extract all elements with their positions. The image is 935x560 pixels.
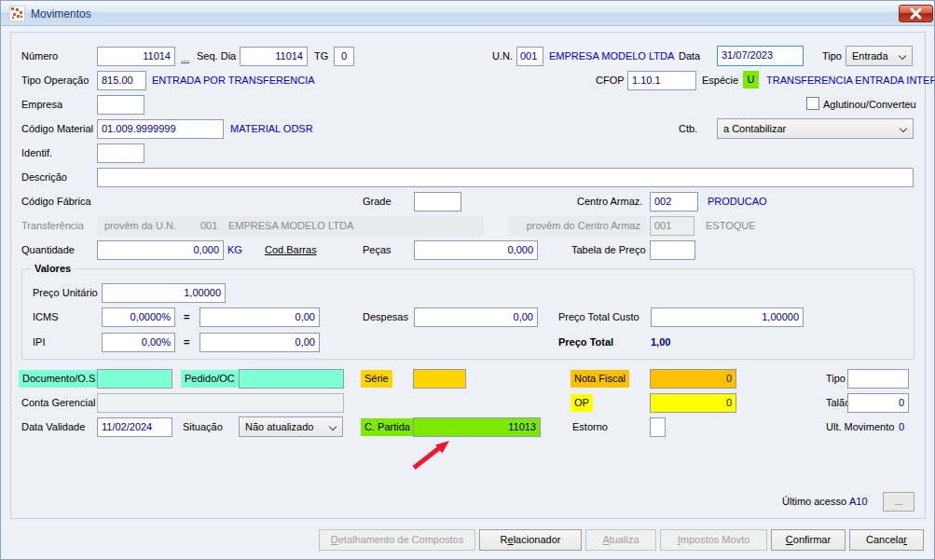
pecas-input[interactable]: 0,000 [414, 240, 538, 260]
impostos-movto-button[interactable]: Impostos Movto [660, 529, 767, 551]
numero-lookup-link[interactable]: ... [181, 52, 189, 63]
situacao-selected-value: Não atualizado [245, 421, 313, 432]
pedido-oc-input[interactable] [239, 369, 344, 389]
valores-legend: Valores [31, 263, 75, 275]
icms-valor-input[interactable]: 0,00 [199, 307, 320, 327]
tg-input[interactable]: 0 [334, 47, 354, 66]
provem-ca-label: provêm do Centro Armaz [527, 220, 640, 231]
equals-sign: = [184, 311, 189, 323]
numero-label: Número [21, 50, 58, 62]
nota-fiscal-input[interactable]: 0 [650, 369, 736, 389]
identif-input[interactable] [97, 143, 144, 163]
situacao-select[interactable]: Não atualizado [239, 417, 343, 437]
numero-input[interactable]: 11014 [97, 47, 175, 66]
ctb-select[interactable]: a Contabilizar [717, 118, 914, 139]
ipi-pct-input[interactable]: 0,00% [102, 333, 175, 352]
tipo-doc-input[interactable] [847, 369, 909, 389]
seq-dia-label: Seq. Dia [197, 50, 236, 62]
data-input[interactable]: 31/07/2023 [717, 46, 804, 66]
ctb-selected-value: a Contabilizar [723, 123, 786, 134]
cod-barras-link[interactable]: Cod.Barras [265, 244, 317, 255]
provem-un-desc: EMPRESA MODELO LTDA [228, 216, 353, 236]
detalhamento-compostos-button[interactable]: Detalhamento de Compostos [319, 529, 475, 551]
c-partida-input[interactable]: 11013 [413, 417, 541, 437]
tipo-operacao-desc: ENTRADA POR TRANSFERENCIA [152, 75, 315, 87]
icms-label: ICMS [33, 311, 59, 323]
atualiza-button[interactable]: Atualiza [585, 529, 656, 551]
aglutinou-checkbox[interactable] [806, 97, 819, 110]
codigo-material-input[interactable]: 01.009.9999999 [97, 119, 224, 139]
equals-sign: = [184, 336, 189, 348]
icms-pct-input[interactable]: 0,0000% [102, 307, 175, 327]
tipo-select[interactable]: Entrada [846, 46, 913, 66]
c-partida-label: C. Partida [361, 418, 414, 436]
codigo-material-desc: MATERIAL ODSR [230, 123, 313, 135]
movimentos-window: Movimentos Número 11014 ... Seq. Dia 110… [0, 0, 935, 560]
provem-ca-desc: ESTOQUE [706, 220, 756, 232]
title-bar: Movimentos [1, 1, 934, 26]
data-label: Data [679, 50, 700, 62]
provem-ca-input: 001 [650, 216, 694, 236]
estorno-checkbox[interactable] [650, 417, 666, 437]
provem-un-label: provêm da U.N. [104, 216, 176, 236]
preco-total-custo-input[interactable]: 1,00000 [651, 307, 804, 327]
app-icon [9, 6, 25, 21]
centro-armaz-input[interactable]: 002 [650, 192, 698, 212]
centro-armaz-desc: PRODUCAO [708, 196, 767, 208]
preco-unitario-label: Preço Unitário [33, 287, 98, 299]
aglutinou-label: Aglutinou/Converteu [823, 99, 916, 111]
chevron-down-icon [900, 125, 907, 132]
centro-armaz-label: Centro Armaz. [577, 196, 642, 208]
data-validade-input[interactable]: 11/02/2024 [97, 417, 172, 437]
tipo-doc-label: Tipo [826, 373, 846, 385]
quantidade-label: Quantidade [21, 244, 75, 256]
grade-label: Grade [363, 196, 392, 208]
transferencia-origin-bar: provêm da U.N. 001 EMPRESA MODELO LTDA [97, 216, 484, 236]
ultimo-acesso-label: Último acesso [782, 496, 846, 508]
transferencia-label: Transferência [21, 220, 84, 232]
seq-dia-input[interactable]: 11014 [240, 47, 308, 66]
pedido-oc-label: Pedido/OC [181, 370, 239, 388]
documento-os-label: Documento/O.S [19, 370, 99, 388]
ipi-valor-input[interactable]: 0,00 [199, 333, 320, 352]
tipo-selected-value: Entrada [852, 50, 888, 61]
especie-badge: U [743, 71, 759, 89]
ult-movimento-value: 0 [899, 421, 904, 433]
tipo-label: Tipo [822, 50, 842, 62]
identif-label: Identif. [21, 147, 52, 159]
transferencia-dest-bar: provêm do Centro Armaz [509, 216, 646, 236]
quantidade-input[interactable]: 0,000 [97, 240, 224, 260]
despesas-input[interactable]: 0,00 [414, 307, 538, 327]
op-input[interactable]: 0 [650, 393, 736, 413]
empresa-label: Empresa [21, 99, 62, 111]
conta-gerencial-label: Conta Gerencial [21, 397, 96, 409]
relacionador-button[interactable]: Relacionador [479, 529, 582, 551]
serie-input[interactable] [413, 369, 466, 389]
talao-input[interactable]: 0 [847, 393, 909, 413]
grade-input[interactable] [414, 192, 461, 212]
especie-label: Espécie [702, 75, 738, 87]
close-button[interactable] [899, 5, 933, 22]
confirmar-button[interactable]: Confirmar [771, 529, 846, 551]
descricao-input[interactable] [97, 168, 914, 187]
descricao-label: Descrição [21, 171, 67, 184]
quantidade-unit: KG [227, 244, 242, 256]
ipi-label: IPI [33, 336, 45, 348]
nota-fiscal-label: Nota Fiscal [571, 370, 629, 388]
tipo-operacao-input[interactable]: 815.00 [97, 71, 146, 90]
empresa-input[interactable] [97, 95, 144, 115]
un-input[interactable]: 001 [516, 47, 543, 66]
serie-label: Série [361, 370, 392, 388]
documento-os-input[interactable] [97, 369, 172, 389]
despesas-label: Despesas [363, 311, 408, 323]
cfop-input[interactable]: 1.10.1 [627, 71, 696, 90]
preco-unitario-input[interactable]: 1,00000 [102, 283, 226, 303]
chevron-down-icon [899, 52, 906, 60]
tabela-preco-input[interactable] [650, 240, 695, 260]
ult-movimento-label: Ult. Movimento [826, 421, 894, 433]
annotation-arrow-icon [407, 439, 456, 472]
estorno-label: Estorno [572, 421, 608, 433]
browse-button[interactable]: ... [883, 492, 914, 512]
cancelar-button[interactable]: Cancelar [849, 529, 924, 551]
preco-total-custo-label: Preço Total Custo [558, 311, 639, 323]
